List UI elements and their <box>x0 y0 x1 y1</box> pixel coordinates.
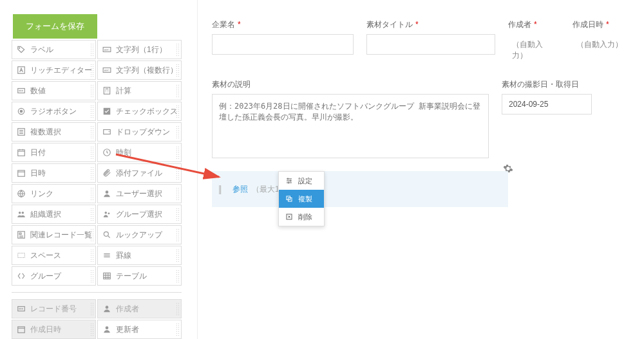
svg-rect-7 <box>104 87 109 95</box>
svg-point-17 <box>106 190 109 194</box>
svg-point-30 <box>106 326 109 329</box>
palette-item[interactable]: ルックアップ <box>97 225 182 244</box>
palette-item[interactable]: 作成者 <box>97 299 182 318</box>
field-type-icon: ABC <box>102 65 112 75</box>
grip-icon <box>176 270 180 282</box>
grip-icon <box>176 249 180 262</box>
shoot-date-input[interactable] <box>502 94 592 115</box>
palette-item[interactable]: ABC文字列（1行） <box>97 40 182 59</box>
palette-item[interactable]: 計算 <box>97 81 182 100</box>
field-type-icon <box>102 127 112 137</box>
menu-item-delete[interactable]: 削除 <box>279 208 324 226</box>
creator-auto-value: （自動入力） <box>508 34 560 66</box>
svg-point-0 <box>19 48 20 48</box>
svg-point-18 <box>19 212 21 214</box>
field-palette: ラベルABC文字列（1行）リッチエディターABC文字列（複数行）数値計算ラジオボ… <box>12 40 183 339</box>
svg-rect-26 <box>104 273 111 279</box>
menu-item-settings[interactable]: 設定 <box>279 172 324 190</box>
field-type-icon <box>16 127 26 137</box>
field-type-icon <box>16 44 26 55</box>
svg-rect-15 <box>18 170 25 176</box>
palette-item[interactable]: 数値 <box>12 81 96 100</box>
palette-item[interactable]: ドロップダウン <box>97 122 182 142</box>
field-type-icon <box>102 147 112 158</box>
grip-icon <box>90 167 94 179</box>
palette-item-label: 関連レコード一覧 <box>30 230 92 241</box>
menu-label: 削除 <box>298 212 312 222</box>
sliders-icon <box>284 176 294 186</box>
palette-item[interactable]: 複数選択 <box>12 122 96 142</box>
field-type-icon <box>102 86 112 96</box>
title-input[interactable] <box>366 34 495 55</box>
field-type-icon <box>102 324 112 334</box>
palette-item[interactable]: 日付 <box>12 143 96 162</box>
palette-item-label: スペース <box>30 250 61 261</box>
shoot-date-label: 素材の撮影日・取得日 <box>502 79 592 90</box>
attachment-field[interactable]: || 参照 （最大1 <box>212 171 508 207</box>
palette-item[interactable]: 組織選択 <box>12 205 96 224</box>
grip-icon <box>90 64 94 77</box>
palette-item-label: ラベル <box>30 44 53 55</box>
palette-item[interactable]: ラジオボタン <box>12 102 96 121</box>
palette-item[interactable]: 罫線 <box>97 246 182 265</box>
palette-item[interactable]: ユーザー選択 <box>97 184 182 203</box>
menu-item-duplicate[interactable]: 複製 <box>279 190 324 208</box>
field-type-icon <box>102 209 112 219</box>
svg-point-24 <box>104 232 108 236</box>
field-type-icon <box>102 168 112 178</box>
gear-icon[interactable] <box>503 163 513 176</box>
created-at-label: 作成日時* <box>573 19 630 30</box>
palette-item-label: グループ <box>30 271 61 282</box>
field-type-icon <box>102 271 112 281</box>
grip-icon <box>176 302 180 315</box>
palette-item[interactable]: グループ <box>12 266 96 286</box>
palette-item[interactable]: 添付ファイル <box>97 163 182 183</box>
palette-item[interactable]: テーブル <box>97 266 182 286</box>
field-type-icon <box>16 65 26 75</box>
palette-divider <box>12 292 182 293</box>
palette-item-label: 時刻 <box>116 147 131 158</box>
palette-item-label: 計算 <box>116 86 131 96</box>
grip-icon <box>176 125 180 138</box>
palette-item[interactable]: 時刻 <box>97 143 182 162</box>
palette-item[interactable]: レコード番号 <box>12 299 96 318</box>
drag-handle-icon[interactable]: || <box>218 184 220 194</box>
palette-item-label: 組織選択 <box>30 209 61 220</box>
grip-icon <box>90 208 94 221</box>
attach-browse-link[interactable]: 参照 <box>232 184 248 195</box>
grip-icon <box>176 146 180 159</box>
svg-point-28 <box>106 306 109 309</box>
palette-item[interactable]: 更新者 <box>97 320 182 339</box>
palette-item[interactable]: ABC文字列（複数行） <box>97 60 182 80</box>
palette-item[interactable]: スペース <box>12 246 96 265</box>
palette-item[interactable]: ラベル <box>12 40 96 59</box>
palette-item[interactable]: リンク <box>12 184 96 203</box>
palette-item[interactable]: リッチエディター <box>12 60 96 80</box>
grip-icon <box>90 125 94 138</box>
field-type-icon <box>102 188 112 199</box>
field-type-icon <box>102 230 112 240</box>
grip-icon <box>90 323 94 336</box>
palette-item[interactable]: グループ選択 <box>97 205 182 224</box>
palette-item[interactable]: チェックボックス <box>97 102 182 121</box>
palette-item-label: 作成者 <box>116 304 139 315</box>
menu-label: 複製 <box>298 194 312 204</box>
grip-icon <box>90 105 94 118</box>
svg-rect-29 <box>18 327 25 333</box>
field-type-icon <box>16 168 26 178</box>
palette-item[interactable]: 日時 <box>12 163 96 183</box>
palette-item[interactable]: 関連レコード一覧 <box>12 225 96 244</box>
palette-item-label: 作成日時 <box>30 324 61 335</box>
save-form-button[interactable]: フォームを保存 <box>13 14 97 39</box>
grip-icon <box>90 270 94 282</box>
field-type-icon <box>16 188 26 199</box>
grip-icon <box>90 228 94 241</box>
copy-icon <box>284 194 294 204</box>
desc-textarea[interactable] <box>212 94 489 158</box>
menu-label: 設定 <box>298 176 312 186</box>
company-input[interactable] <box>212 34 354 55</box>
palette-item[interactable]: 作成日時 <box>12 320 96 339</box>
palette-item-label: 罫線 <box>116 250 131 261</box>
palette-item-label: ドロップダウン <box>116 127 170 138</box>
field-type-icon: ABC <box>102 44 112 55</box>
